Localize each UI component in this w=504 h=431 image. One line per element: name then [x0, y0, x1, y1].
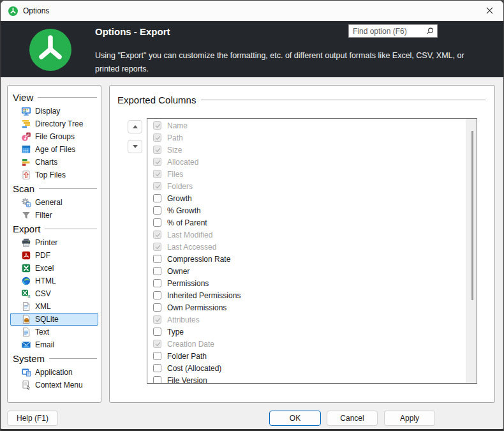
sidebar-item-label: Age of Files [35, 145, 75, 154]
column-label: Allocated [167, 158, 198, 167]
group-header-scan: Scan [8, 181, 101, 196]
sidebar-item-charts[interactable]: Charts [10, 156, 98, 169]
move-up-button[interactable] [128, 120, 142, 133]
checked-checkbox [153, 121, 161, 130]
sidebar-item-display[interactable]: Display [10, 105, 98, 117]
title-bar: Options [1, 1, 503, 21]
sidebar-item-general[interactable]: General [10, 196, 98, 209]
column-label: Files [167, 170, 183, 179]
unchecked-checkbox[interactable] [153, 291, 161, 299]
sidebar-item-label: Context Menu [35, 381, 83, 389]
move-down-button[interactable] [128, 140, 142, 153]
unchecked-checkbox[interactable] [153, 328, 161, 336]
sidebar-item-label: General [35, 198, 63, 207]
unchecked-checkbox[interactable] [153, 194, 161, 202]
sidebar-item-label: Directory Tree [35, 119, 83, 128]
cancel-button[interactable]: Cancel [327, 411, 378, 426]
search-icon [426, 27, 434, 36]
pdf-icon [21, 250, 31, 261]
ok-button[interactable]: OK [269, 411, 321, 426]
sidebar-item-label: Printer [35, 238, 57, 247]
sidebar-item-sqlite[interactable]: SQLite [10, 313, 98, 326]
sidebar-item-excel[interactable]: Excel [10, 262, 98, 275]
column-label: % of Parent [167, 218, 207, 227]
checked-checkbox [153, 340, 161, 348]
group-label: Export [13, 223, 40, 234]
group-divider [38, 97, 97, 98]
find-option-input[interactable] [349, 27, 426, 36]
column-label: Last Modified [167, 231, 212, 239]
checked-checkbox [153, 170, 161, 178]
column-row-owner: Owner [147, 265, 466, 277]
group-divider [39, 188, 97, 189]
group-header-system: System [8, 351, 101, 366]
column-row-files: Files [147, 168, 466, 180]
display-icon [21, 106, 31, 116]
column-row-compression-rate: Compression Rate [147, 253, 466, 265]
unchecked-checkbox[interactable] [153, 255, 161, 263]
file-groups-icon [21, 132, 31, 142]
close-button[interactable] [475, 1, 503, 21]
sidebar-item-context-menu[interactable]: Context Menu [10, 379, 98, 391]
excel-icon [21, 263, 31, 273]
column-label: Path [167, 133, 183, 142]
xml-icon [21, 301, 31, 312]
unchecked-checkbox[interactable] [153, 303, 161, 312]
column-row-creation-date: Creation Date [147, 338, 466, 350]
column-label: Growth [167, 194, 192, 203]
unchecked-checkbox[interactable] [153, 279, 161, 287]
unchecked-checkbox[interactable] [153, 352, 161, 360]
sidebar-item-age-of-files[interactable]: Age of Files [10, 143, 98, 156]
unchecked-checkbox[interactable] [153, 206, 161, 215]
column-row-last-accessed: Last Accessed [147, 241, 466, 253]
sidebar-item-filter[interactable]: Filter [10, 209, 98, 222]
scrollbar-thumb[interactable] [471, 131, 473, 300]
dialog-header: Options - Export Using "Export" you can … [1, 21, 503, 77]
column-row-last-modified: Last Modified [147, 229, 466, 241]
column-label: Compression Rate [167, 255, 230, 264]
column-row-name: Name [147, 119, 466, 132]
apply-button[interactable]: Apply [384, 411, 435, 426]
sidebar-item-label: CSV [35, 289, 51, 298]
checked-checkbox [153, 243, 161, 251]
checked-checkbox [153, 133, 161, 142]
column-label: Attributes [167, 315, 200, 324]
sidebar-item-html[interactable]: HTML [10, 275, 98, 287]
options-dialog: Options Options - Export Using "Export" … [0, 0, 504, 431]
checked-checkbox [153, 146, 161, 154]
column-label: Last Accessed [167, 243, 216, 252]
group-divider [49, 358, 97, 359]
unchecked-checkbox[interactable] [153, 218, 161, 227]
sidebar-item-label: Excel [35, 264, 54, 273]
column-row-growth: % Growth [147, 204, 466, 216]
arrow-up-icon [133, 125, 138, 128]
exported-columns-panel: Exported Columns NamePathSizeAllocatedFi… [109, 85, 495, 403]
sidebar-item-csv[interactable]: aCSV [10, 287, 98, 300]
sidebar-item-printer[interactable]: Printer [10, 236, 98, 249]
checked-checkbox [153, 315, 161, 324]
column-label: Own Permissions [167, 303, 226, 312]
unchecked-checkbox[interactable] [153, 376, 161, 384]
column-label: % Growth [167, 206, 201, 215]
scrollbar-track[interactable] [466, 119, 477, 383]
column-row-inherited-permissions: Inherited Permissions [147, 289, 466, 301]
unchecked-checkbox[interactable] [153, 267, 161, 275]
unchecked-checkbox[interactable] [153, 364, 161, 372]
svg-text:a: a [28, 294, 31, 298]
sidebar-item-email[interactable]: Email [10, 338, 98, 351]
sidebar-item-file-groups[interactable]: File Groups [10, 130, 98, 143]
printer-icon [21, 238, 31, 248]
help-button[interactable]: Help (F1) [7, 411, 58, 426]
application-icon [21, 367, 31, 377]
general-icon [21, 197, 31, 208]
column-row-of-parent: % of Parent [147, 216, 466, 229]
sidebar-item-top-files[interactable]: Top Files [10, 169, 98, 181]
sidebar-item-xml[interactable]: XML [10, 300, 98, 313]
sidebar-item-application[interactable]: Application [10, 366, 98, 379]
sidebar-item-text[interactable]: Text [10, 326, 98, 338]
sidebar-item-directory-tree[interactable]: Directory Tree [10, 117, 98, 130]
column-label: Type [167, 328, 184, 336]
sidebar-item-pdf[interactable]: PDF [10, 249, 98, 262]
group-label: System [13, 353, 45, 364]
html-icon [21, 276, 31, 286]
